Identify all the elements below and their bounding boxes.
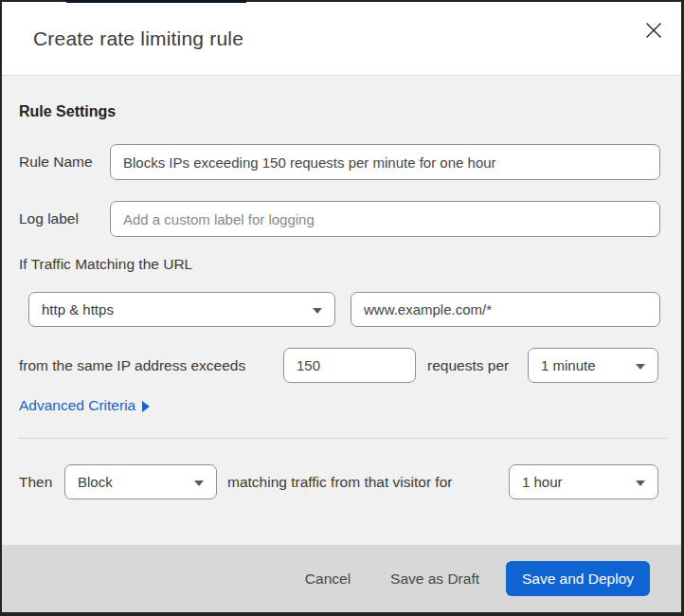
advanced-criteria-link[interactable]: Advanced Criteria <box>19 397 150 414</box>
save-and-deploy-button[interactable]: Save and Deploy <box>506 561 650 596</box>
close-icon <box>645 22 662 39</box>
dialog-header: Create rate limiting rule <box>2 2 681 76</box>
chevron-down-icon <box>636 364 645 370</box>
rule-name-input[interactable] <box>110 144 660 180</box>
duration-select[interactable]: 1 hour <box>509 464 658 499</box>
threshold-input[interactable] <box>283 348 416 383</box>
log-label-input[interactable] <box>110 201 660 237</box>
dialog-title: Create rate limiting rule <box>33 2 243 76</box>
action-select-value: Block <box>78 474 113 490</box>
traffic-match-intro: If Traffic Matching the URL <box>19 256 192 273</box>
section-title: Rule Settings <box>19 103 116 120</box>
triangle-right-icon <box>142 401 150 412</box>
log-label-label: Log label <box>19 210 79 227</box>
chevron-down-icon <box>636 480 645 486</box>
action-middle-text: matching traffic from that visitor for <box>227 474 452 491</box>
dialog-body: Rule Settings Rule Name Log label If Tra… <box>2 77 681 545</box>
action-select[interactable]: Block <box>64 464 217 499</box>
rate-middle-text: requests per <box>427 357 509 374</box>
duration-select-value: 1 hour <box>522 474 563 490</box>
url-pattern-input[interactable] <box>351 292 660 327</box>
scheme-select[interactable]: http & https <box>28 292 335 327</box>
create-rate-limiting-rule-dialog: Create rate limiting rule Rule Settings … <box>0 0 684 616</box>
chevron-down-icon <box>313 308 322 314</box>
section-divider <box>19 438 667 439</box>
save-as-draft-button[interactable]: Save as Draft <box>377 563 493 595</box>
advanced-criteria-label: Advanced Criteria <box>19 397 135 414</box>
rate-prefix-text: from the same IP address exceeds <box>19 357 245 374</box>
dialog-footer: Cancel Save as Draft Save and Deploy <box>2 545 681 612</box>
action-prefix-text: Then <box>19 474 52 491</box>
scheme-select-value: http & https <box>42 301 114 317</box>
chevron-down-icon <box>194 480 204 486</box>
top-accent-strip <box>66 0 246 3</box>
rule-name-label: Rule Name <box>19 154 93 171</box>
cancel-button[interactable]: Cancel <box>292 563 364 595</box>
close-button[interactable] <box>641 18 666 43</box>
period-select-value: 1 minute <box>541 357 596 373</box>
period-select[interactable]: 1 minute <box>528 348 658 383</box>
